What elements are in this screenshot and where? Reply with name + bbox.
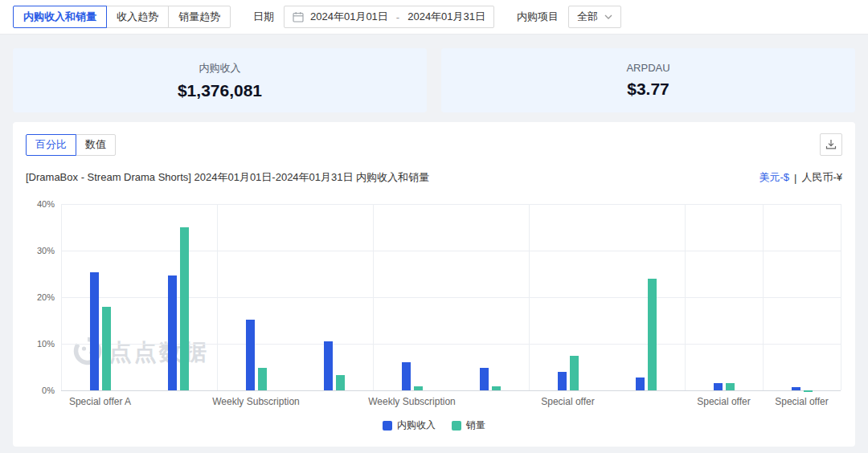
- bar-内购收入-8: [714, 383, 723, 390]
- stat-cards: 内购收入 $1,376,081 ARPDAU $3.77: [13, 48, 855, 112]
- bar-销量-9: [804, 390, 813, 392]
- x-axis-labels: Special offer AWeekly SubscriptionWeekly…: [61, 396, 841, 410]
- bar-内购收入-6: [558, 372, 567, 390]
- gridline-h: [61, 251, 841, 251]
- mode-percentage-button[interactable]: 百分比: [26, 134, 76, 156]
- arpdau-card-title: ARPDAU: [626, 62, 669, 74]
- bar-内购收入-1: [168, 275, 177, 390]
- date-range-picker[interactable]: 2024年01月01日 - 2024年01月31日: [284, 6, 494, 28]
- bar-销量-5: [492, 386, 501, 390]
- gridline-v: [61, 204, 62, 390]
- chevron-down-icon: [604, 14, 612, 19]
- gridline-v: [841, 204, 841, 390]
- date-end: 2024年01月31日: [407, 10, 485, 24]
- download-button[interactable]: [820, 133, 842, 156]
- y-tick-label: 0%: [42, 386, 55, 395]
- currency-divider: |: [794, 172, 796, 184]
- legend-marker: [452, 421, 461, 431]
- chart-panel: 百分比 数值 [DramaBox - Stream Drama Shorts] …: [13, 122, 855, 447]
- bar-销量-8: [726, 383, 735, 390]
- bar-内购收入-7: [636, 378, 645, 390]
- plot-area: 点点数据: [61, 204, 841, 390]
- bar-内购收入-3: [324, 341, 333, 390]
- date-label: 日期: [253, 10, 274, 24]
- currency-toggle: 美元-$ | 人民币-¥: [759, 170, 842, 185]
- legend-label: 销量: [466, 418, 485, 432]
- currency-cny-button[interactable]: 人民币-¥: [801, 170, 842, 185]
- bar-销量-4: [414, 386, 423, 390]
- calendar-icon: [293, 11, 304, 22]
- chart-title: [DramaBox - Stream Drama Shorts] 2024年01…: [26, 170, 429, 185]
- bar-销量-1: [180, 227, 189, 390]
- date-start: 2024年01月01日: [310, 10, 388, 24]
- watermark-text: 点点数据: [109, 337, 209, 368]
- gridline-h: [61, 204, 841, 205]
- legend-item-销量[interactable]: 销量: [452, 418, 485, 432]
- bar-销量-3: [336, 375, 345, 390]
- gridline-h: [61, 344, 841, 345]
- date-separator: -: [396, 11, 399, 23]
- bar-销量-7: [648, 279, 657, 390]
- arpdau-card: ARPDAU $3.77: [441, 48, 855, 112]
- bar-销量-0: [102, 307, 111, 390]
- legend-marker: [383, 421, 392, 431]
- gridline-v: [373, 204, 374, 390]
- iap-project-label: 内购项目: [517, 10, 559, 24]
- download-icon: [825, 139, 837, 150]
- legend-label: 内购收入: [397, 418, 436, 432]
- bar-chart: 0%10%20%30%40% 点点数据: [26, 204, 842, 390]
- x-tick-label: Special offer: [541, 396, 595, 407]
- tab-revenue-trend[interactable]: 收入趋势: [106, 6, 169, 28]
- bar-内购收入-2: [246, 320, 255, 390]
- gridline-v: [763, 204, 764, 390]
- y-tick-label: 20%: [37, 292, 55, 302]
- x-tick-label: Weekly Subscription: [212, 396, 300, 407]
- bar-销量-2: [258, 368, 267, 390]
- x-tick-label: Special offer: [697, 396, 751, 407]
- x-tick-label: Weekly Subscription: [368, 396, 456, 407]
- gridline-h: [61, 390, 841, 391]
- iap-revenue-card-value: $1,376,081: [178, 81, 262, 100]
- bar-销量-6: [570, 356, 579, 390]
- legend-item-内购收入[interactable]: 内购收入: [383, 418, 436, 432]
- mode-value-button[interactable]: 数值: [76, 134, 116, 156]
- filter-bar: 内购收入和销量 收入趋势 销量趋势 日期 2024年01月01日 - 2024年…: [0, 0, 868, 34]
- view-tabs: 内购收入和销量 收入趋势 销量趋势: [13, 6, 231, 28]
- x-tick-label: Special offer: [775, 396, 829, 407]
- y-tick-label: 30%: [37, 246, 55, 255]
- select-value: 全部: [577, 10, 598, 24]
- gridline-v: [529, 204, 530, 390]
- x-tick-label: Special offer A: [69, 396, 131, 407]
- tab-iap-revenue-and-sales[interactable]: 内购收入和销量: [13, 6, 107, 28]
- bar-内购收入-4: [402, 362, 411, 390]
- chart-toolbar: 百分比 数值: [26, 133, 842, 156]
- y-tick-label: 40%: [37, 199, 55, 209]
- bar-内购收入-9: [792, 387, 800, 390]
- tab-sales-trend[interactable]: 销量趋势: [168, 6, 231, 28]
- iap-revenue-card: 内购收入 $1,376,081: [13, 48, 427, 112]
- y-tick-label: 10%: [37, 339, 55, 349]
- arpdau-card-value: $3.77: [627, 80, 669, 99]
- bar-内购收入-0: [90, 272, 99, 390]
- chart-title-row: [DramaBox - Stream Drama Shorts] 2024年01…: [26, 170, 842, 185]
- bar-内购收入-5: [480, 368, 489, 390]
- y-axis: 0%10%20%30%40%: [26, 204, 61, 390]
- display-mode-toggle: 百分比 数值: [26, 134, 116, 156]
- gridline-v: [685, 204, 686, 390]
- currency-usd-button[interactable]: 美元-$: [759, 170, 789, 185]
- gridline-v: [217, 204, 218, 390]
- gridline-h: [61, 297, 841, 298]
- iap-revenue-card-title: 内购收入: [199, 61, 241, 76]
- chart-legend: 内购收入销量: [26, 418, 842, 432]
- iap-project-select[interactable]: 全部: [568, 6, 621, 28]
